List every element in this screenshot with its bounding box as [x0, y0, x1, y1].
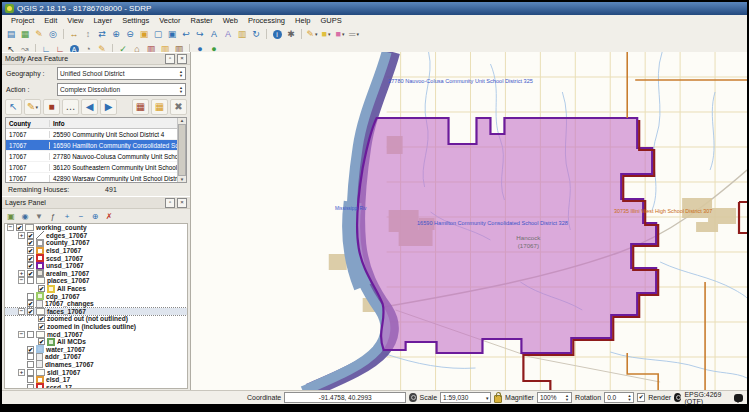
close-task-button[interactable]: ✖ — [170, 99, 187, 115]
close-panel-button[interactable]: × — [177, 198, 187, 208]
layer-checkbox[interactable]: ✔ — [27, 262, 34, 269]
menu-processing[interactable]: Processing — [243, 16, 290, 25]
run-feature-action-button[interactable]: ✱ — [284, 28, 298, 40]
layer-checkbox[interactable]: ✔ — [27, 247, 34, 254]
layer-checkbox[interactable] — [27, 353, 34, 360]
layer-checkbox[interactable]: ✔ — [27, 308, 34, 315]
layer-item-dlnames-17067[interactable]: dlnames_17067 — [5, 361, 187, 369]
crs-globe-icon[interactable] — [674, 393, 681, 402]
shape-tools-button[interactable]: ■ — [319, 28, 333, 40]
zoom-in-button[interactable]: ⊕ — [109, 28, 123, 40]
copy-features-button[interactable]: ▥ — [235, 28, 249, 40]
close-panel-button[interactable]: × — [177, 54, 187, 64]
previous-feature-button[interactable]: ◀ — [81, 99, 98, 115]
layer-item-all-faces[interactable]: ✔All Faces — [5, 285, 187, 293]
messages-icon[interactable] — [734, 394, 743, 402]
layer-checkbox[interactable] — [27, 376, 34, 383]
collapse-node-icon[interactable]: − — [18, 308, 25, 315]
lock-scale-icon[interactable] — [494, 395, 502, 403]
rotation-spinner[interactable]: 0.0 ▲▼ — [604, 392, 634, 403]
pan-to-selection-button[interactable]: ↕ — [81, 28, 95, 40]
coordinate-input[interactable]: -91.4758, 40.2993 — [284, 392, 406, 403]
select-area-features-button[interactable]: ↖ — [5, 99, 22, 115]
geography-select[interactable]: Unified School District ▲▼ — [57, 67, 186, 80]
scrollbar-thumb[interactable] — [178, 124, 186, 176]
magnifier-spinner[interactable]: 100% ▲▼ — [537, 392, 572, 403]
layer-item-water-17067[interactable]: ✔water_17067 — [5, 346, 187, 354]
mouse-position-icon[interactable] — [409, 393, 416, 402]
county-column-header[interactable]: County — [6, 120, 50, 127]
review-grid-button[interactable]: ▦ — [151, 99, 168, 115]
menu-edit[interactable]: Edit — [39, 16, 62, 25]
expand-all-button[interactable]: + — [61, 211, 73, 221]
layer-item-cdp-17067[interactable]: cdp_17067 — [5, 292, 187, 300]
layer-checkbox[interactable] — [27, 361, 34, 368]
menu-vector[interactable]: Vector — [154, 16, 185, 25]
layer-item-scsd-17[interactable]: scsd_17 — [5, 383, 187, 389]
zoom-to-selection-button[interactable]: ▣ — [165, 28, 179, 40]
menu-view[interactable]: View — [62, 16, 88, 25]
layer-checkbox[interactable] — [27, 293, 34, 300]
float-panel-button[interactable]: ▫ — [165, 198, 175, 208]
zoom-last-button[interactable]: ↩ — [179, 28, 193, 40]
table-row[interactable]: 1706742890 Warsaw Community Unit School … — [6, 173, 186, 183]
layer-item-zoomed-in-includes-outline-[interactable]: ✔zoomed in (includes outline) — [5, 323, 187, 331]
menu-web[interactable]: Web — [218, 16, 243, 25]
action-select[interactable]: Complex Dissolution ▲▼ — [57, 83, 186, 96]
layer-item-elsd-17067[interactable]: ✔elsd_17067 — [5, 247, 187, 255]
layer-item-working-county[interactable]: −✔working_county — [5, 224, 187, 232]
menu-settings[interactable]: Settings — [117, 16, 154, 25]
measure-tools-button[interactable]: ═ — [347, 28, 361, 40]
layer-item-zoomed-out-not-outlined-[interactable]: ✔zoomed out (not outlined) — [5, 315, 187, 323]
collapse-node-icon[interactable]: − — [18, 277, 25, 284]
filter-legend-button[interactable]: ▼ — [33, 211, 45, 221]
layer-item-elsd-17[interactable]: elsd_17 — [5, 376, 187, 384]
menu-project[interactable]: Project — [6, 16, 39, 25]
layer-checkbox[interactable]: ✔ — [38, 323, 45, 330]
table-row[interactable]: 1706716590 Hamilton Community Consolidat… — [6, 140, 186, 151]
add-group-button[interactable]: ▣ — [5, 211, 17, 221]
layer-item-faces-17067[interactable]: −✔faces_17067 — [5, 308, 187, 316]
save-project-button[interactable]: ▤ — [4, 28, 18, 40]
table-row[interactable]: 1706736120 Southeastern Community Unit S… — [6, 162, 186, 173]
scale-select[interactable]: 1:59,030 ▾ — [440, 392, 491, 403]
identify-features-button[interactable]: i — [270, 28, 284, 40]
pan-map-button[interactable]: ↔ — [67, 28, 81, 40]
zoom-swap-button[interactable]: ⇄ — [95, 28, 109, 40]
layer-item-sldl-17067[interactable]: +sldl_17067 — [5, 368, 187, 376]
scroll-down-icon[interactable]: ▼ — [180, 177, 184, 182]
map-canvas[interactable]: 27780 Nauvoo-Colusa Community Unit Schoo… — [191, 52, 747, 391]
modify-tool-button[interactable]: ■ — [43, 99, 60, 115]
scroll-up-icon[interactable]: ▲ — [180, 118, 184, 123]
float-panel-button[interactable]: ▫ — [165, 54, 175, 64]
table-row[interactable]: 1706727780 Nauvoo-Colusa Community Unit … — [6, 151, 186, 162]
layer-checkbox[interactable] — [27, 369, 34, 376]
crs-status[interactable]: EPSG:4269 (OTF) — [684, 391, 731, 405]
zoom-to-layer-button[interactable]: ▢ — [151, 28, 165, 40]
collapse-node-icon[interactable]: − — [7, 224, 14, 231]
expand-node-icon[interactable]: + — [18, 270, 25, 277]
info-column-header[interactable]: Info — [50, 120, 186, 127]
layer-item-places-17067[interactable]: −places_17067 — [5, 277, 187, 285]
summary-table-button[interactable]: ▦ — [132, 99, 149, 115]
style-manager-button[interactable]: ✎ — [32, 28, 46, 40]
table-scrollbar[interactable]: ▲ ▼ — [177, 118, 186, 182]
edit-attributes-button[interactable]: ✎ — [24, 99, 41, 115]
menu-gups[interactable]: GUPS — [315, 16, 346, 25]
menu-help[interactable]: Help — [290, 16, 315, 25]
layer-checkbox[interactable] — [27, 331, 34, 338]
next-feature-button[interactable]: ▶ — [100, 99, 117, 115]
layer-item-county-17067[interactable]: ✔county_17067 — [5, 239, 187, 247]
layer-checkbox[interactable]: ✔ — [16, 224, 23, 231]
attribute-form-button[interactable]: A — [221, 28, 235, 40]
selection-color-button[interactable]: ■ — [333, 28, 347, 40]
layer-checkbox[interactable]: ✔ — [27, 270, 34, 277]
collapse-node-icon[interactable]: − — [18, 331, 25, 338]
add-layer-button[interactable]: ⊕ — [89, 211, 101, 221]
layer-checkbox[interactable]: ✔ — [27, 255, 34, 262]
layer-item-addr-17067[interactable]: addr_17067 — [5, 353, 187, 361]
layer-item-arealm-17067[interactable]: +✔arealm_17067 — [5, 270, 187, 278]
layer-checkbox[interactable]: ✔ — [38, 315, 45, 322]
layer-item-17067-changes[interactable]: ✔17067_changes — [5, 300, 187, 308]
layer-item-mcd-17067[interactable]: −mcd_17067 — [5, 330, 187, 338]
